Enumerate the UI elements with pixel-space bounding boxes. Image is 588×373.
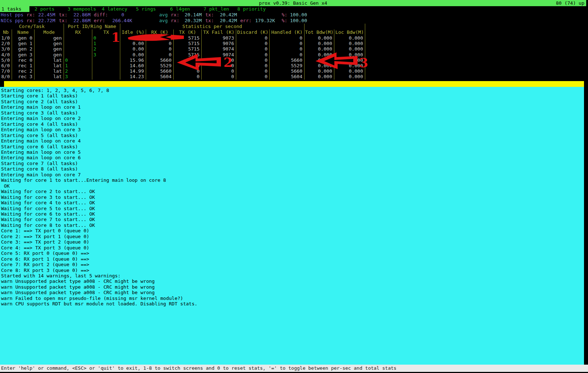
cell-discard: 0 (236, 68, 270, 74)
tab-rings[interactable]: 5 rings (136, 6, 156, 12)
cell-tx_k: 0 (174, 63, 202, 68)
nics-err-value: 266.44K (112, 18, 132, 24)
cell-nb: 1/0 (0, 35, 12, 41)
cell-rx: 3 (64, 74, 92, 79)
cell-handled: 0 (270, 35, 305, 41)
cell-nb: 3/0 (0, 46, 12, 52)
table-body: 1/0gen 0gen00.00057159073000.0000.0002/0… (0, 35, 365, 80)
cell-rx_k: 5660 (146, 57, 174, 63)
cell-tx_fail: 9074 (202, 46, 236, 52)
column-header: Handled (K) (270, 29, 305, 35)
cell-tx (92, 57, 120, 63)
cell-nb: 4/0 (0, 52, 12, 57)
cell-handled: 5660 (270, 68, 305, 74)
tab-priority[interactable]: 8 priority (237, 6, 266, 12)
cell-idle: 15.96 (120, 57, 146, 63)
tab-ports[interactable]: 2 ports (35, 6, 55, 12)
cell-name: rec 3 (12, 74, 35, 79)
cell-tx (92, 74, 120, 79)
nics-tx-label: tx: (59, 18, 67, 24)
column-header: TX Fail (K) (202, 29, 236, 35)
cell-rx (64, 35, 92, 41)
nics-pps-line: NICs pps rx: 22.72M tx: 22.86M err: 266.… (0, 18, 586, 24)
group-statistics: Statistics per second (120, 24, 305, 29)
cell-nb: 2/0 (0, 41, 12, 46)
cell-rx: 2 (64, 68, 92, 74)
nics-avg-rx-value: 20.32M (185, 18, 202, 24)
host-diff-value: 0 (121, 12, 124, 18)
cell-idle: 0.00 (120, 41, 146, 46)
cell-loc_bdw: 0.000 (334, 57, 365, 63)
cell-handled: 0 (270, 41, 305, 46)
column-header: TX (K) (174, 29, 202, 35)
group-port-ring: Port ID/Ring Name (64, 24, 120, 29)
log-text: Starting cores: 1, 2, 3, 4, 5, 6, 7, 8 S… (0, 87, 584, 307)
tab-pkt_len[interactable]: 7 pkt_len (204, 6, 229, 12)
tab-mempools[interactable]: 3 mempools (68, 6, 96, 12)
cell-handled: 5604 (270, 74, 305, 79)
cell-mode: lat (35, 57, 64, 63)
command-input[interactable] (0, 81, 584, 87)
cell-name: gen 3 (12, 52, 35, 57)
cell-rx_k: 0 (146, 35, 174, 41)
table-row: 5/0rec 0lat015.96566000056600.0000.000 (0, 57, 365, 63)
tab-tasks[interactable]: 1 tasks (0, 6, 29, 12)
cell-tx_fail: 0 (202, 63, 236, 68)
nics-pct-value: 100.00 (290, 18, 307, 24)
cell-discard: 0 (236, 46, 270, 52)
cell-tx_k: 0 (174, 68, 202, 74)
cell-loc_bdw: 0.000 (334, 46, 365, 52)
host-pct-value: 100.00 (290, 12, 307, 18)
nics-rx-label: rx: (27, 18, 35, 24)
cell-tx (92, 68, 120, 74)
host-tx-value: 22.86M (73, 12, 90, 18)
nics-tx-value: 22.86M (73, 18, 90, 24)
host-pct-label: %: (282, 12, 287, 18)
cell-rx_k: 5604 (146, 74, 174, 79)
cell-handled: 0 (270, 46, 305, 52)
column-header: Idle (%) (120, 29, 146, 35)
cell-nb: 5/0 (0, 57, 12, 63)
cell-name: rec 2 (12, 68, 35, 74)
table-row: 7/0rec 2lat214.99566000056600.0000.000 (0, 68, 365, 74)
table-row: 3/0gen 2gen20.00057159074000.0000.000 (0, 46, 365, 52)
title-bar: prox v0.39: Basic Gen x4 80 (74) up (0, 0, 586, 6)
cell-tx: 3 (92, 52, 120, 57)
cell-tot_bdw: 0.000 (305, 41, 334, 46)
cell-nb: 6/0 (0, 63, 12, 68)
cell-rx_k: 5529 (146, 63, 174, 68)
column-header: RX (K) (146, 29, 174, 35)
nics-pct-label: %: (282, 18, 287, 24)
cell-discard: 0 (236, 52, 270, 57)
cell-tot_bdw: 0.000 (305, 68, 334, 74)
cell-tx_k: 5715 (174, 41, 202, 46)
cell-tot_bdw: 0.000 (305, 63, 334, 68)
table-row: 4/0gen 3gen30.00057159074000.0000.000 (0, 52, 365, 57)
nics-err-label: err: (94, 18, 105, 24)
nics-avg-err-label: err: (240, 18, 251, 24)
cell-tot_bdw: 0.000 (305, 46, 334, 52)
column-header: Name (12, 29, 35, 35)
column-header: Mode (35, 29, 64, 35)
cell-name: rec 1 (12, 63, 35, 68)
host-avg-label: avg (159, 12, 168, 18)
cell-tx_k: 5715 (174, 35, 202, 41)
host-avg-rx-label: rx: (171, 12, 179, 18)
cell-tx_fail: 0 (202, 74, 236, 79)
cell-handled: 5660 (270, 57, 305, 63)
tab-latency[interactable]: 4 latency (102, 6, 127, 12)
nics-avg-tx-label: tx: (205, 18, 214, 24)
nics-avg-err-value: 179.32K (255, 18, 275, 24)
cell-tx_fail: 9076 (202, 41, 236, 46)
log-area: Starting cores: 1, 2, 3, 4, 5, 6, 7, 8 S… (0, 87, 584, 365)
cell-discard: 0 (236, 41, 270, 46)
cell-tx_fail: 9074 (202, 52, 236, 57)
cell-tx_k: 5715 (174, 52, 202, 57)
column-header: TX (92, 29, 120, 35)
column-header: Nb (0, 29, 12, 35)
cell-nb: 8/0 (0, 74, 12, 79)
cell-discard: 0 (236, 35, 270, 41)
cell-rx (64, 52, 92, 57)
cell-loc_bdw: 0.000 (334, 74, 365, 79)
tab-l4gen[interactable]: 6 l4gen (170, 6, 190, 12)
